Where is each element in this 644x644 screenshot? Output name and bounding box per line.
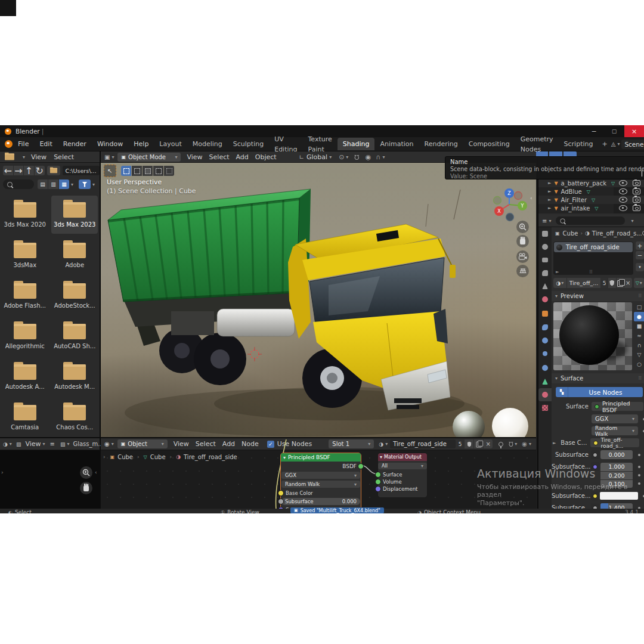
vp-menu-select[interactable]: Select	[209, 153, 230, 161]
radius-y-field[interactable]: 0.200	[600, 472, 633, 479]
hamburger-icon[interactable]: ≡	[50, 441, 55, 447]
menu-help[interactable]: Help	[128, 137, 154, 151]
preview-cube-button[interactable]: ■	[634, 321, 644, 331]
node-subsurface-slider[interactable]: Subsurface 0.000	[281, 498, 360, 505]
tab-animation[interactable]: Animation	[374, 138, 419, 150]
preview-sphere-button[interactable]: ●	[634, 312, 644, 321]
tab-tool[interactable]	[538, 227, 552, 240]
use-nodes-button[interactable]: ▚ Use Nodes	[556, 387, 643, 397]
tab-world[interactable]	[538, 293, 552, 306]
se-material-name-field[interactable]: Tire_off_road_side	[390, 439, 456, 448]
tab-object[interactable]	[538, 306, 552, 321]
folder-item[interactable]: AdobeStock...	[51, 275, 98, 316]
list-resize-grip[interactable]: ⠿	[589, 270, 593, 275]
vp-menu-add[interactable]: Add	[236, 153, 249, 161]
se-snap-icon[interactable]: Ω	[509, 441, 513, 447]
tab-output[interactable]	[538, 253, 552, 267]
select-intersect-button[interactable]	[164, 166, 174, 176]
principled-bsdf-node[interactable]: ▾Principled BSDF BSDF GGX▾ Random Walk▾ …	[280, 453, 361, 510]
proportional-edit-icon[interactable]: ◉	[366, 153, 371, 161]
se-menu-add[interactable]: Add	[222, 440, 235, 448]
up-button[interactable]: ↑	[24, 166, 34, 175]
tab-rendering[interactable]: Rendering	[419, 138, 463, 150]
display-thumbnails-button[interactable]: ▦	[59, 179, 69, 189]
radius-socket[interactable]	[591, 462, 599, 471]
select-subtract-button[interactable]	[143, 166, 153, 176]
back-button[interactable]: ←	[3, 166, 13, 175]
subsurface-socket[interactable]	[591, 450, 599, 459]
radius-x-field[interactable]: 1.000	[600, 463, 633, 471]
expand-icon[interactable]: ►	[548, 189, 551, 194]
volume-input-socket[interactable]	[375, 479, 381, 485]
outliner-item-label[interactable]: AdBlue	[561, 188, 582, 195]
unlink-material-icon[interactable]: ×	[624, 278, 631, 288]
display-settings-chevron[interactable]: ▾	[71, 182, 73, 187]
panel-grip[interactable]: ⠿	[638, 293, 642, 299]
fb-menu-view[interactable]: View	[31, 153, 47, 161]
viewport-3d[interactable]: ▣▾ ▣Object Mode▾ View Select Add Object …	[101, 151, 536, 437]
select-extend-button[interactable]	[132, 166, 142, 176]
app-menu-icon[interactable]	[5, 140, 13, 148]
subsurface-value-field[interactable]: 0.000	[600, 450, 633, 459]
material-browse-icon[interactable]: ◑	[379, 441, 383, 447]
perspective-toggle-button[interactable]	[516, 265, 529, 277]
folder-item[interactable]: Camtasia	[2, 397, 48, 438]
navigation-gizmo[interactable]: Z X Y	[490, 187, 528, 224]
image-name-field[interactable]: Glass_m...	[73, 441, 103, 447]
preview-flat-button[interactable]: □	[634, 302, 644, 312]
header-toggle-sliver[interactable]	[564, 151, 577, 156]
viewport-editor-icon[interactable]: ▣	[104, 154, 110, 160]
principled-node-header[interactable]: ▾Principled BSDF	[281, 453, 361, 462]
tab-material-active[interactable]	[538, 388, 552, 401]
menu-edit[interactable]: Edit	[34, 137, 57, 151]
surface-panel-header[interactable]: ▾Surface ⠿	[552, 373, 644, 383]
material-slot-selected[interactable]: Tire_off_road_side	[554, 242, 633, 252]
file-browser-icon[interactable]	[5, 154, 14, 160]
fake-user-shield-icon[interactable]	[608, 278, 615, 288]
se-pin-icon[interactable]	[499, 442, 503, 447]
zoom-button[interactable]	[516, 221, 529, 233]
tab-modeling[interactable]: Modeling	[187, 138, 228, 150]
image-pan-button[interactable]	[80, 482, 92, 494]
render-visibility-icon[interactable]	[633, 205, 640, 211]
tab-scripting[interactable]: Scripting	[559, 138, 599, 150]
node-distribution-dropdown[interactable]: GGX▾	[281, 472, 360, 479]
output-node-header[interactable]: ▾Material Output	[378, 453, 427, 461]
breadcrumb-material[interactable]: Tire_off_road_s...	[592, 230, 642, 237]
refresh-button[interactable]: ↻	[35, 166, 45, 175]
outliner-row[interactable]: ► ▼ a_battery_pack ▽	[538, 179, 644, 187]
shader-editor[interactable]: ◉▾ ▣Object▾ View Select Add Node ✓ Use N…	[101, 437, 536, 510]
tab-particles[interactable]	[538, 334, 552, 347]
folder-item[interactable]: Adobe	[51, 235, 98, 275]
vp-menu-view[interactable]: View	[187, 153, 202, 161]
expand-icon[interactable]: ►	[548, 206, 551, 210]
breadcrumb-object[interactable]: Cube	[563, 230, 578, 237]
se-unlink-icon[interactable]: ×	[484, 439, 493, 448]
panel-grip[interactable]: ⠿	[638, 376, 642, 381]
material-name-field[interactable]: Tire_off_...	[567, 278, 601, 288]
add-workspace-button[interactable]: +	[598, 138, 611, 150]
tab-constraints[interactable]	[538, 360, 552, 375]
sss-method-dropdown[interactable]: Random Walk▾	[592, 426, 638, 435]
select-difference-button[interactable]	[153, 166, 163, 176]
preview-hair-button[interactable]: ≈	[634, 331, 644, 340]
preview-fluid-button[interactable]: ○	[634, 360, 644, 369]
display-vertical-list-button[interactable]: ▤	[38, 179, 48, 189]
node-method-dropdown[interactable]: Random Walk▾	[281, 481, 360, 488]
fb-search-input[interactable]	[3, 179, 34, 189]
menu-render[interactable]: Render	[58, 137, 92, 151]
tab-scene[interactable]	[538, 280, 552, 293]
tweak-tool-button[interactable]: ↖	[104, 165, 116, 177]
forward-button[interactable]: →	[14, 166, 24, 175]
folder-item-selected[interactable]: 3ds Max 2023	[51, 196, 98, 234]
display-horizontal-list-button[interactable]: ▥	[48, 179, 58, 189]
surface-shader-button[interactable]: Principled BSDF	[592, 402, 643, 411]
properties-options-chevron[interactable]: ▾	[631, 218, 633, 224]
tab-modifiers[interactable]	[538, 321, 552, 334]
tab-physics[interactable]	[538, 347, 552, 360]
preview-cloth-button[interactable]: ▽	[634, 350, 644, 360]
displacement-input-socket[interactable]	[375, 486, 381, 492]
menu-file[interactable]: File	[13, 137, 34, 151]
magnet-icon[interactable]: Ω	[354, 153, 359, 161]
folder-item[interactable]: AutoCAD Sh...	[51, 316, 98, 357]
